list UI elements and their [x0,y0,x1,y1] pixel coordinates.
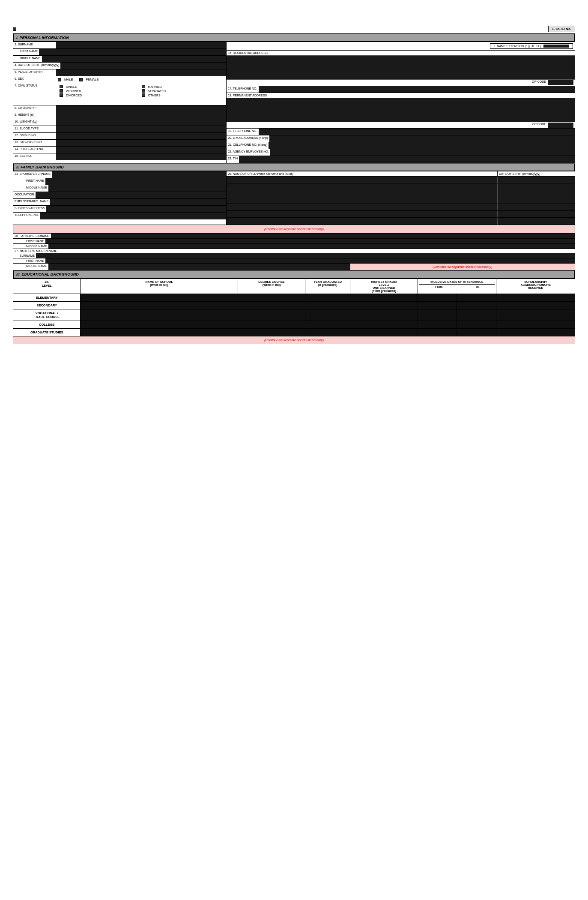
cs-widowed-cb[interactable] [60,89,63,93]
edu-year-college[interactable] [305,321,350,329]
cellphone-value[interactable] [269,142,575,149]
edu-from-graduate[interactable] [418,329,457,336]
cs-married-cb[interactable] [142,85,145,88]
surname-value[interactable] [56,42,226,48]
mother-surname-value[interactable] [36,253,575,258]
edu-scholarship-graduate[interactable] [496,329,575,336]
spouse-surname-value[interactable] [52,171,226,178]
child-name-3[interactable] [227,190,498,197]
spouse-firstname-value[interactable] [45,178,226,185]
edu-year-vocational[interactable] [305,309,350,321]
child-dob-6[interactable] [498,211,575,217]
edu-from-elementary[interactable] [418,294,457,302]
employer-value[interactable] [50,199,226,205]
edu-to-vocational[interactable] [457,309,496,321]
edu-year-graduate[interactable] [305,329,350,336]
child-dob-4[interactable] [498,197,575,204]
cs-others[interactable]: OTHERS [142,93,223,97]
edu-year-elementary[interactable] [305,294,350,302]
citizenship-value[interactable] [56,105,226,112]
blood-type-value[interactable] [56,126,226,132]
tin-value[interactable] [239,156,575,163]
edu-degree-college[interactable] [238,321,305,329]
child-dob-3[interactable] [498,190,575,197]
edu-school-elementary[interactable] [81,294,238,302]
edu-scholarship-college[interactable] [496,321,575,329]
edu-to-graduate[interactable] [457,329,496,336]
cs-single[interactable]: SINGLE [60,85,141,88]
edu-year-secondary[interactable] [305,302,350,309]
child-name-5[interactable] [227,204,498,210]
sex-female-checkbox[interactable] [79,78,83,81]
father-surname-value[interactable] [51,234,575,238]
child-name-2[interactable] [227,183,498,190]
occupation-value[interactable] [36,192,227,198]
perm-address-value[interactable] [227,98,575,122]
edu-school-graduate[interactable] [81,329,238,336]
middlename-value[interactable] [42,56,227,62]
sex-female-option[interactable]: FEMALE [79,78,98,81]
edu-to-elementary[interactable] [457,294,496,302]
spouse-tel-value[interactable] [40,213,226,219]
philhealth-value[interactable] [56,147,226,153]
child-dob-1[interactable] [498,177,575,183]
edu-to-college[interactable] [457,321,496,329]
firstname-value[interactable] [39,49,226,55]
perm-zip-value[interactable] [548,123,573,128]
edu-highest-elementary[interactable] [350,294,418,302]
pob-value[interactable] [56,69,226,76]
child-name-7[interactable] [227,218,498,225]
edu-highest-secondary[interactable] [350,302,418,309]
cs-separated[interactable]: SEPARATED [142,89,223,93]
res-address-value[interactable] [227,56,575,79]
child-name-4[interactable] [227,197,498,204]
child-dob-5[interactable] [498,204,575,210]
edu-highest-graduate[interactable] [350,329,418,336]
cs-others-cb[interactable] [142,93,145,97]
sss-value[interactable] [56,153,226,160]
tel-value[interactable] [259,86,575,93]
father-firstname-value[interactable] [45,239,575,243]
edu-degree-vocational[interactable] [238,309,305,321]
cs-separated-cb[interactable] [142,89,145,93]
height-value[interactable] [56,112,226,119]
sex-male-checkbox[interactable] [58,78,61,81]
edu-highest-college[interactable] [350,321,418,329]
gsis-value[interactable] [56,133,226,139]
child-dob-7[interactable] [498,218,575,225]
edu-highest-vocational[interactable] [350,309,418,321]
cs-widowed[interactable]: WIDOWED [60,89,141,93]
pagibig-value[interactable] [56,140,226,146]
child-dob-2[interactable] [498,183,575,190]
edu-scholarship-secondary[interactable] [496,302,575,309]
weight-value[interactable] [56,119,226,126]
edu-from-college[interactable] [418,321,457,329]
edu-scholarship-elementary[interactable] [496,294,575,302]
edu-to-secondary[interactable] [457,302,496,309]
email-value[interactable] [269,135,575,142]
edu-school-secondary[interactable] [81,302,238,309]
cs-single-cb[interactable] [60,85,63,88]
edu-from-secondary[interactable] [418,302,457,309]
edu-school-college[interactable] [81,321,238,329]
tel2-value[interactable] [259,129,575,135]
child-name-1[interactable] [227,177,498,183]
mother-middlename-value[interactable] [48,264,350,270]
dob-value[interactable] [60,63,226,69]
edu-degree-secondary[interactable] [238,302,305,309]
bus-address-value[interactable] [46,206,226,212]
edu-degree-graduate[interactable] [238,329,305,336]
res-zip-value[interactable] [548,80,573,85]
mother-firstname-value[interactable] [45,258,575,263]
child-name-6[interactable] [227,211,498,217]
spouse-middlename-value[interactable] [48,185,227,192]
edu-degree-elementary[interactable] [238,294,305,302]
agency-emp-value[interactable] [270,149,575,156]
cs-divorced[interactable]: DIVORCED [60,93,141,97]
father-middlename-value[interactable] [48,244,575,249]
edu-from-vocational[interactable] [418,309,457,321]
edu-scholarship-vocational[interactable] [496,309,575,321]
cs-married[interactable]: MARRIED [142,85,223,88]
cs-divorced-cb[interactable] [60,93,63,97]
edu-school-vocational[interactable] [81,309,238,321]
